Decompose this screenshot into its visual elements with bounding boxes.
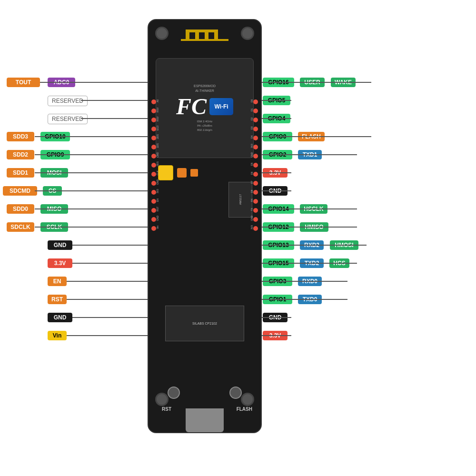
line-gnd-left1 <box>72 245 148 246</box>
flash-label: FLASH <box>237 407 252 412</box>
corner-hole-tr <box>241 27 254 40</box>
line-gpio16 <box>262 82 371 83</box>
line-gpio3 <box>262 281 347 282</box>
line-sdclk <box>35 227 148 228</box>
wifi-module: ESP8266MOD AI-THINKER FC Wi-Fi ISM 2.4GH… <box>156 58 254 158</box>
line-sdd2 <box>35 154 148 155</box>
model-label: ESP8266MOD <box>194 84 216 88</box>
left-pin-text-cols: A0 RSV RSV EG3 2DS 1DS CMD 0DS CLK GND 3… <box>156 96 159 232</box>
line-sdd0 <box>35 208 148 209</box>
line-en <box>67 281 148 282</box>
line-gpio0 <box>262 136 371 137</box>
corner-hole-br <box>241 393 254 406</box>
line-3v3-right1 <box>262 172 291 173</box>
line-gpio13 <box>262 245 367 246</box>
line-tout <box>40 82 148 83</box>
line-vin <box>67 335 148 336</box>
line-gpio1 <box>262 299 347 300</box>
rst-button[interactable] <box>168 387 180 399</box>
right-pin-text-cols: D0 D1 D2 D3 D4 3V3 GND D5 D6 D7 D8 RX TX… <box>250 96 253 232</box>
silabs-chip: SILABS CP2102 <box>165 306 244 341</box>
diagram-container: ESP8266MOD AI-THINKER FC Wi-Fi ISM 2.4GH… <box>0 0 476 476</box>
rst-label: RST <box>162 407 171 412</box>
line-3v3-right2 <box>262 335 291 336</box>
svg-rect-5 <box>186 30 218 32</box>
line-sdcmd <box>35 190 148 191</box>
components-area <box>158 165 198 180</box>
line-gpio12 <box>262 227 357 228</box>
line-gpio4 <box>262 118 291 119</box>
line-gpio2 <box>262 154 357 155</box>
line-rst <box>67 299 148 300</box>
line-gnd-left2 <box>72 317 148 318</box>
right-pin-dots <box>252 97 259 233</box>
wifi-badge: Wi-Fi <box>209 98 233 115</box>
antenna <box>178 25 231 53</box>
line-gpio5 <box>262 100 291 101</box>
cap-orange-1 <box>177 168 187 178</box>
line-reserved2 <box>81 118 148 119</box>
line-reserved1 <box>81 100 148 101</box>
chip-specs: ISM 2.4GHz PA +25dBm 802.11b/g/n <box>197 119 213 132</box>
line-gpio15 <box>262 263 357 264</box>
esp8266-board: ESP8266MOD AI-THINKER FC Wi-Fi ISM 2.4GH… <box>148 19 262 433</box>
corner-hole-bl <box>155 393 169 406</box>
line-3v3-left1 <box>72 263 148 264</box>
am-chip: AM1117 <box>228 182 252 218</box>
line-sdd3 <box>35 136 148 137</box>
line-gpio14 <box>262 208 357 209</box>
line-gnd-right2 <box>262 317 291 318</box>
cap-yellow-1 <box>158 165 173 180</box>
line-gnd-right1 <box>262 190 291 191</box>
usb-connector <box>186 408 224 432</box>
flash-button[interactable] <box>229 387 242 399</box>
fc-logo: FC <box>176 95 207 118</box>
cap-orange-2 <box>190 169 198 177</box>
vendor-label: AI-THINKER <box>195 89 214 92</box>
corner-hole-tl <box>155 27 169 40</box>
line-sdd1 <box>35 172 148 173</box>
